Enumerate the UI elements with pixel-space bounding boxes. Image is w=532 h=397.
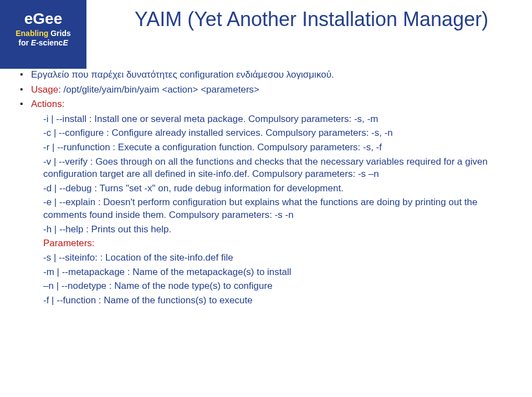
bullet-intro: Εργαλείο που παρέχει δυνατότητες configu… <box>20 69 516 82</box>
bullet-actions: Actions: <box>20 98 516 111</box>
parameters-label: Parameters: <box>43 238 95 248</box>
slide-body: Εργαλείο που παρέχει δυνατότητες configu… <box>0 59 532 307</box>
accent-bar <box>0 59 86 69</box>
action-verify: -v | --verify : Goes through on all the … <box>20 156 516 181</box>
param-metapackage: -m | --metapackage : Name of the metapac… <box>20 266 516 279</box>
usage-text: : /opt/glite/yaim/bin/yaim <action> <par… <box>58 84 259 95</box>
action-runfunction: -r | --runfunction : Execute a configura… <box>20 141 516 154</box>
action-explain: -e | --explain : Doesn't perform configu… <box>20 196 516 221</box>
param-function: -f | --function : Name of the functions(… <box>20 294 516 307</box>
title-area: YAIM (Yet Another Installation Manager) <box>86 0 532 31</box>
action-configure: -c | --configure : Configure already ins… <box>20 127 516 140</box>
logo-brand: eGee <box>24 11 63 27</box>
action-install: -i | --install : Install one or several … <box>20 113 516 126</box>
slide-title: YAIM (Yet Another Installation Manager) <box>102 8 521 31</box>
slide-header: eGee Enabling Grids for E-sciencE YAIM (… <box>0 0 532 59</box>
bullet-usage: Usage: /opt/glite/yaim/bin/yaim <action>… <box>20 84 516 96</box>
param-nodetype: –n | --nodetype : Name of the node type(… <box>20 280 516 293</box>
action-debug: -d | --debug : Turns "set -x" on, rude d… <box>20 182 516 195</box>
egee-logo: eGee Enabling Grids for E-sciencE <box>0 0 86 59</box>
usage-keyword: Usage <box>31 84 58 95</box>
parameters-heading: Parameters: <box>20 237 516 250</box>
actions-label: Actions: <box>31 99 64 109</box>
param-siteinfo: -s | --siteinfo: : Location of the site-… <box>20 252 516 264</box>
action-help: -h | --help : Prints out this help. <box>20 223 516 236</box>
logo-tagline: Enabling Grids for E-sciencE <box>16 29 71 48</box>
